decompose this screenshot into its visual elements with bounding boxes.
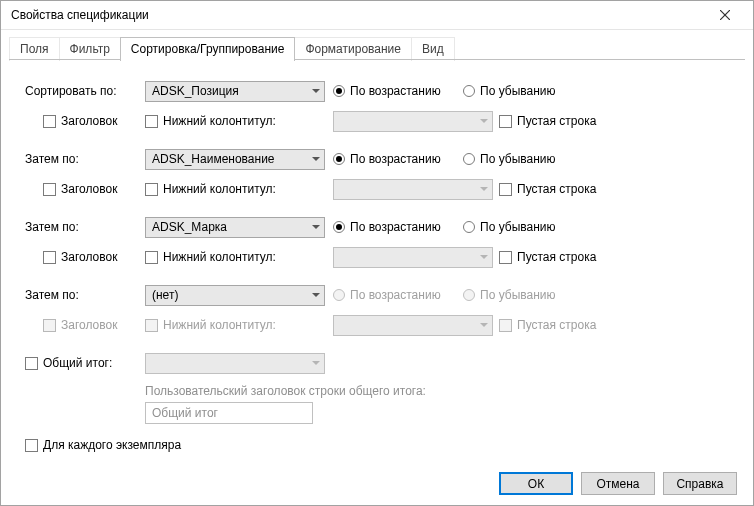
tab-strip: Поля Фильтр Сортировка/Группирование Фор… bbox=[1, 30, 753, 60]
sort-by-value-3: ADSK_Марка bbox=[152, 220, 227, 234]
chevron-down-icon bbox=[312, 361, 320, 365]
sort-by-select-2[interactable]: ADSK_Наименование bbox=[145, 149, 325, 170]
grand-total-hint: Пользовательский заголовок строки общего… bbox=[145, 384, 729, 398]
tab-fields[interactable]: Поля bbox=[9, 37, 60, 61]
close-button[interactable] bbox=[705, 1, 745, 29]
chevron-down-icon bbox=[312, 225, 320, 229]
sort-by-select-1[interactable]: ADSK_Позиция bbox=[145, 81, 325, 102]
descending-label: По убыванию bbox=[480, 84, 556, 98]
tab-formatting[interactable]: Форматирование bbox=[294, 37, 412, 61]
header-checkbox-4 bbox=[43, 319, 56, 332]
dialog-title: Свойства спецификации bbox=[11, 8, 705, 22]
chevron-down-icon bbox=[480, 187, 488, 191]
chevron-down-icon bbox=[312, 157, 320, 161]
help-button[interactable]: Справка bbox=[663, 472, 737, 495]
footer-checkbox-4 bbox=[145, 319, 158, 332]
header-checkbox-1[interactable] bbox=[43, 115, 56, 128]
sort-by-select-3[interactable]: ADSK_Марка bbox=[145, 217, 325, 238]
footer-label: Нижний колонтитул: bbox=[163, 114, 276, 128]
footer-select-3[interactable] bbox=[333, 247, 493, 268]
then-by-label: Затем по: bbox=[25, 152, 145, 166]
sort-by-select-4[interactable]: (нет) bbox=[145, 285, 325, 306]
sort-by-label: Сортировать по: bbox=[25, 84, 145, 98]
ascending-radio-2[interactable] bbox=[333, 153, 345, 165]
cancel-button[interactable]: Отмена bbox=[581, 472, 655, 495]
then-by-label: Затем по: bbox=[25, 220, 145, 234]
descending-radio-1[interactable] bbox=[463, 85, 475, 97]
blank-line-checkbox-3[interactable] bbox=[499, 251, 512, 264]
grand-total-checkbox[interactable] bbox=[25, 357, 38, 370]
ascending-radio-3[interactable] bbox=[333, 221, 345, 233]
sort-by-value-2: ADSK_Наименование bbox=[152, 152, 275, 166]
header-checkbox-3[interactable] bbox=[43, 251, 56, 264]
blank-line-label: Пустая строка bbox=[517, 114, 596, 128]
grand-total-select[interactable] bbox=[145, 353, 325, 374]
per-instance-label: Для каждого экземпляра bbox=[43, 438, 181, 452]
header-checkbox-2[interactable] bbox=[43, 183, 56, 196]
footer-select-4 bbox=[333, 315, 493, 336]
ascending-radio-4 bbox=[333, 289, 345, 301]
footer-checkbox-2[interactable] bbox=[145, 183, 158, 196]
tab-sorting-grouping[interactable]: Сортировка/Группирование bbox=[120, 37, 296, 61]
tab-filter[interactable]: Фильтр bbox=[59, 37, 121, 61]
close-icon bbox=[720, 10, 730, 20]
chevron-down-icon bbox=[312, 89, 320, 93]
dialog-window: Свойства спецификации Поля Фильтр Сортир… bbox=[0, 0, 754, 506]
tab-appearance[interactable]: Вид bbox=[411, 37, 455, 61]
title-bar: Свойства спецификации bbox=[1, 1, 753, 30]
ascending-label: По возрастанию bbox=[350, 84, 441, 98]
blank-line-checkbox-4 bbox=[499, 319, 512, 332]
dialog-footer: ОК Отмена Справка bbox=[1, 472, 753, 505]
descending-radio-2[interactable] bbox=[463, 153, 475, 165]
footer-checkbox-1[interactable] bbox=[145, 115, 158, 128]
footer-checkbox-3[interactable] bbox=[145, 251, 158, 264]
chevron-down-icon bbox=[480, 323, 488, 327]
sort-by-value-1: ADSK_Позиция bbox=[152, 84, 239, 98]
tab-panel-sorting: Сортировать по: ADSK_Позиция По возраста… bbox=[1, 60, 753, 472]
grand-total-label: Общий итог: bbox=[43, 356, 112, 370]
ok-button[interactable]: ОК bbox=[499, 472, 573, 495]
header-label: Заголовок bbox=[61, 114, 117, 128]
chevron-down-icon bbox=[480, 119, 488, 123]
chevron-down-icon bbox=[312, 293, 320, 297]
then-by-label: Затем по: bbox=[25, 288, 145, 302]
per-instance-checkbox[interactable] bbox=[25, 439, 38, 452]
ascending-radio-1[interactable] bbox=[333, 85, 345, 97]
footer-select-2[interactable] bbox=[333, 179, 493, 200]
descending-radio-4 bbox=[463, 289, 475, 301]
chevron-down-icon bbox=[480, 255, 488, 259]
blank-line-checkbox-1[interactable] bbox=[499, 115, 512, 128]
grand-total-input[interactable]: Общий итог bbox=[145, 402, 313, 424]
sort-by-value-4: (нет) bbox=[152, 288, 178, 302]
descending-radio-3[interactable] bbox=[463, 221, 475, 233]
footer-select-1[interactable] bbox=[333, 111, 493, 132]
blank-line-checkbox-2[interactable] bbox=[499, 183, 512, 196]
